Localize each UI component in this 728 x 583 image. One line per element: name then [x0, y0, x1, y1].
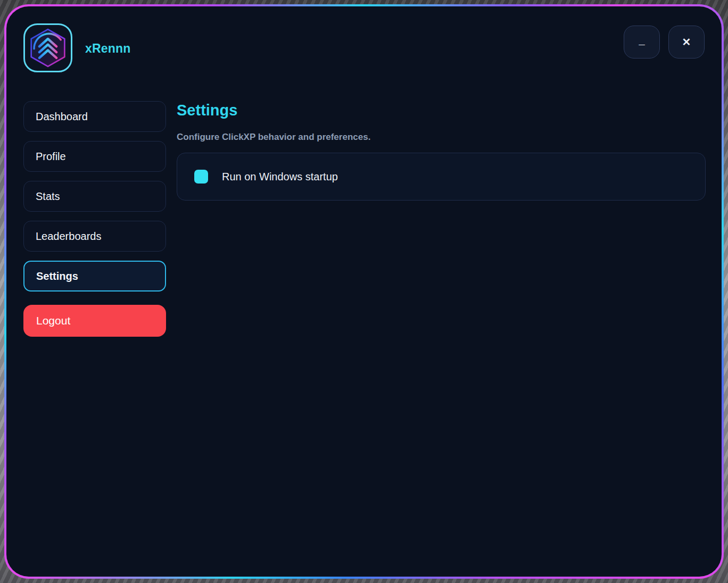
sidebar-item-leaderboards[interactable]: Leaderboards [23, 221, 166, 252]
run-on-startup-checkbox[interactable] [194, 170, 208, 184]
app-window: xRennn _ ✕ Dashboard Profile Stats Leade… [6, 6, 722, 577]
sidebar-item-dashboard[interactable]: Dashboard [23, 101, 166, 132]
close-icon: ✕ [682, 36, 691, 48]
window-controls: _ ✕ [624, 26, 705, 59]
sidebar: Dashboard Profile Stats Leaderboards Set… [23, 101, 166, 337]
minimize-icon: _ [639, 34, 644, 46]
sidebar-item-settings[interactable]: Settings [23, 261, 166, 292]
close-button[interactable]: ✕ [668, 26, 705, 59]
run-on-startup-label: Run on Windows startup [222, 171, 338, 183]
settings-panel: Settings Configure ClickXP behavior and … [177, 101, 706, 337]
sidebar-item-profile[interactable]: Profile [23, 141, 166, 172]
title-bar: xRennn _ ✕ [6, 6, 722, 72]
page-title: Settings [177, 102, 706, 118]
startup-setting-row[interactable]: Run on Windows startup [177, 153, 706, 201]
app-logo [23, 23, 72, 72]
window-body: Dashboard Profile Stats Leaderboards Set… [6, 101, 722, 337]
app-logo-icon [25, 25, 71, 71]
window-gradient-frame: xRennn _ ✕ Dashboard Profile Stats Leade… [4, 4, 724, 579]
minimize-button[interactable]: _ [624, 26, 660, 59]
logout-button[interactable]: Logout [23, 305, 166, 337]
page-subtitle: Configure ClickXP behavior and preferenc… [177, 132, 706, 143]
app-name: xRennn [85, 41, 131, 56]
sidebar-item-stats[interactable]: Stats [23, 181, 166, 212]
